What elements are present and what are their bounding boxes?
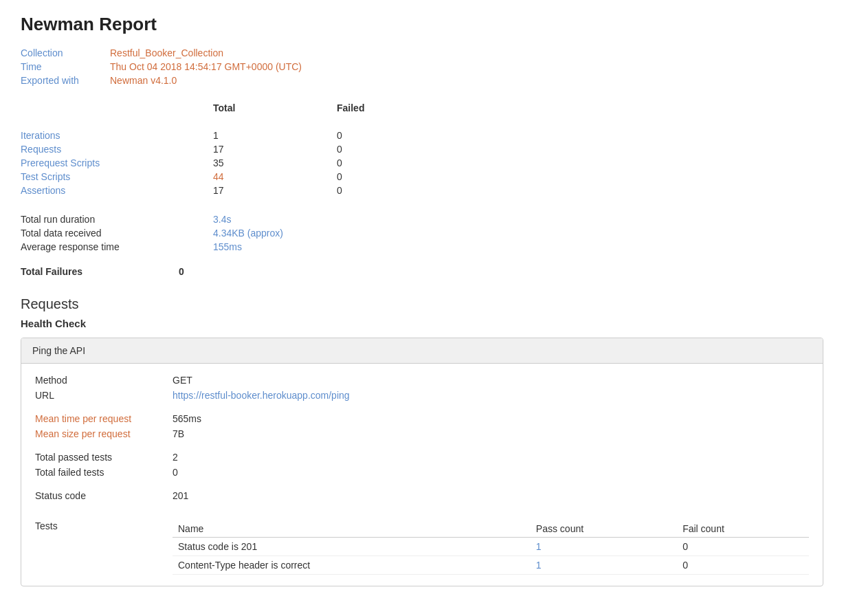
total-failures-label: Total Failures	[21, 266, 144, 277]
stats-row-total: 44	[213, 170, 337, 184]
runtime-row: Average response time155ms	[21, 241, 823, 252]
time-label: Time	[21, 61, 110, 72]
failed-label: Total failed tests	[35, 467, 173, 478]
stats-failed-header: Failed	[337, 102, 460, 118]
mean-size-label: Mean size per request	[35, 428, 173, 439]
tests-col-header-0: Name	[173, 520, 531, 538]
test-pass-count: 1	[531, 556, 677, 575]
stats-row-label: Assertions	[21, 184, 213, 197]
page-title: Newman Report	[21, 14, 823, 35]
tests-label: Tests	[35, 520, 173, 575]
test-fail-count: 0	[677, 556, 809, 575]
tests-table-row: Status code is 20110	[173, 538, 809, 556]
total-failures-value: 0	[179, 266, 184, 277]
url-label: URL	[35, 390, 173, 401]
runtime-value: 3.4s	[213, 214, 231, 225]
status-code-label: Status code	[35, 490, 173, 501]
cards-container: Ping the APIMethodGETURLhttps://restful-…	[21, 338, 823, 586]
runtime-section: Total run duration3.4sTotal data receive…	[21, 214, 823, 252]
status-code-row: Status code201	[35, 490, 809, 501]
stats-row-total: 17	[213, 184, 337, 197]
stats-row: Requests170	[21, 142, 823, 156]
test-name: Content-Type header is correct	[173, 556, 531, 575]
stats-row-total: 17	[213, 142, 337, 156]
collection-value: Restful_Booker_Collection	[110, 47, 223, 58]
test-fail-count: 0	[677, 538, 809, 556]
method-value: GET	[173, 375, 192, 386]
collection-name: Health Check	[21, 318, 823, 329]
meta-time-row: Time Thu Oct 04 2018 14:54:17 GMT+0000 (…	[21, 61, 823, 72]
tests-table: NamePass countFail countStatus code is 2…	[173, 520, 809, 575]
mean-time-label: Mean time per request	[35, 413, 173, 424]
runtime-row: Total data received4.34KB (approx)	[21, 228, 823, 239]
passed-label: Total passed tests	[35, 452, 173, 463]
passed-value: 2	[173, 452, 178, 463]
stats-rows: Iterations10Requests170Prerequest Script…	[21, 129, 823, 197]
stats-col-empty	[21, 102, 213, 118]
stats-row-failed: 0	[337, 129, 460, 142]
stats-row-label: Requests	[21, 142, 213, 156]
stats-grid: Total Failed	[21, 102, 823, 118]
runtime-value: 155ms	[213, 241, 242, 252]
request-card: Ping the APIMethodGETURLhttps://restful-…	[21, 338, 823, 586]
stats-row-label: Prerequest Scripts	[21, 156, 213, 170]
stats-row-failed: 0	[337, 142, 460, 156]
method-label: Method	[35, 375, 173, 386]
url-value[interactable]: https://restful-booker.herokuapp.com/pin…	[173, 390, 350, 401]
test-pass-count: 1	[531, 538, 677, 556]
stats-row-failed: 0	[337, 156, 460, 170]
runtime-label: Total data received	[21, 228, 213, 239]
status-code-value: 201	[173, 490, 188, 501]
mean-size-row: Mean size per request7B	[35, 428, 809, 439]
stats-row-label: Test Scripts	[21, 170, 213, 184]
mean-size-value: 7B	[173, 428, 184, 439]
time-value: Thu Oct 04 2018 14:54:17 GMT+0000 (UTC)	[110, 61, 302, 72]
tests-table-row: Content-Type header is correct10	[173, 556, 809, 575]
stats-row-failed: 0	[337, 170, 460, 184]
meta-exported-row: Exported with Newman v4.1.0	[21, 75, 823, 86]
test-name: Status code is 201	[173, 538, 531, 556]
request-card-header: Ping the API	[21, 338, 823, 364]
url-row: URLhttps://restful-booker.herokuapp.com/…	[35, 390, 809, 401]
runtime-row: Total run duration3.4s	[21, 214, 823, 225]
mean-time-row: Mean time per request565ms	[35, 413, 809, 424]
tests-row: TestsNamePass countFail countStatus code…	[35, 520, 809, 575]
stats-row: Prerequest Scripts350	[21, 156, 823, 170]
tests-col-header-1: Pass count	[531, 520, 677, 538]
exported-value: Newman v4.1.0	[110, 75, 177, 86]
meta-collection-row: Collection Restful_Booker_Collection	[21, 47, 823, 58]
meta-section: Collection Restful_Booker_Collection Tim…	[21, 47, 823, 86]
exported-label: Exported with	[21, 75, 110, 86]
stats-row: Test Scripts440	[21, 170, 823, 184]
stats-section: Total Failed Iterations10Requests170Prer…	[21, 102, 823, 197]
failed-value: 0	[173, 467, 178, 478]
runtime-value: 4.34KB (approx)	[213, 228, 283, 239]
mean-time-value: 565ms	[173, 413, 201, 424]
requests-section: Requests Health Check Ping the APIMethod…	[21, 296, 823, 586]
requests-heading: Requests	[21, 296, 823, 312]
stats-row-label: Iterations	[21, 129, 213, 142]
tests-col-header-2: Fail count	[677, 520, 809, 538]
stats-row-total: 35	[213, 156, 337, 170]
runtime-label: Average response time	[21, 241, 213, 252]
collection-label: Collection	[21, 47, 110, 58]
method-row: MethodGET	[35, 375, 809, 386]
stats-row: Iterations10	[21, 129, 823, 142]
total-passed-row: Total passed tests2	[35, 452, 809, 463]
request-card-body: MethodGETURLhttps://restful-booker.herok…	[21, 364, 823, 586]
total-failures-row: Total Failures 0	[21, 266, 823, 277]
total-failed-row: Total failed tests0	[35, 467, 809, 478]
runtime-label: Total run duration	[21, 214, 213, 225]
stats-total-header: Total	[213, 102, 337, 118]
stats-row-failed: 0	[337, 184, 460, 197]
stats-row: Assertions170	[21, 184, 823, 197]
stats-row-total: 1	[213, 129, 337, 142]
